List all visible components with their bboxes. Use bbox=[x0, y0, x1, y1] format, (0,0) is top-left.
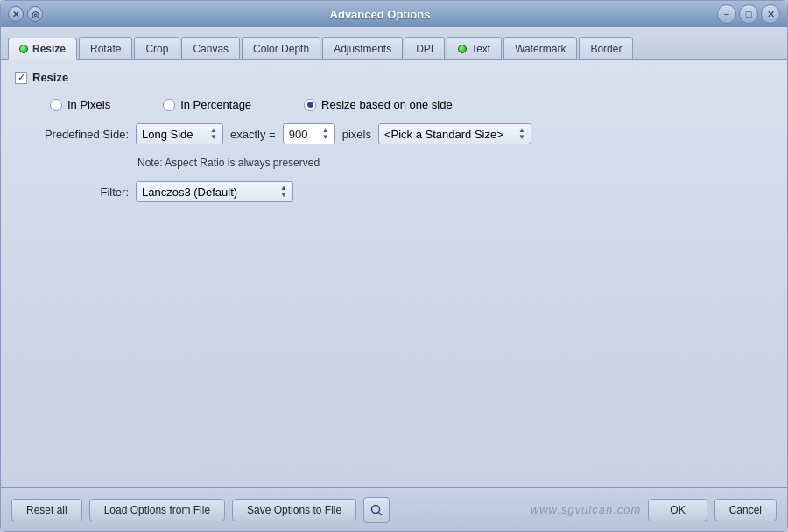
radio-in-percentage[interactable]: In Percentage bbox=[163, 98, 251, 111]
standard-size-select[interactable]: <Pick a Standard Size> ▲▼ bbox=[378, 123, 531, 144]
resize-dot bbox=[19, 45, 28, 53]
radio-percentage-label: In Percentage bbox=[180, 98, 251, 111]
filter-select[interactable]: Lanczos3 (Default) ▲▼ bbox=[136, 181, 293, 202]
tab-crop-label: Crop bbox=[145, 43, 168, 55]
tab-watermark[interactable]: Watermark bbox=[503, 37, 577, 60]
radio-one-side-indicator bbox=[304, 99, 316, 111]
tab-crop[interactable]: Crop bbox=[134, 37, 179, 60]
reset-all-button[interactable]: Reset all bbox=[11, 499, 82, 522]
radio-one-side-label: Resize based on one side bbox=[321, 98, 453, 111]
tab-text[interactable]: Text bbox=[447, 37, 502, 60]
minimize-button[interactable]: − bbox=[717, 4, 736, 24]
radio-pixels-label: In Pixels bbox=[67, 98, 110, 111]
filter-label: Filter: bbox=[32, 186, 129, 199]
predefined-arrows: ▲▼ bbox=[210, 127, 217, 141]
window-controls: − □ ✕ bbox=[717, 4, 780, 24]
tab-dpi[interactable]: DPI bbox=[405, 37, 445, 60]
cancel-button[interactable]: Cancel bbox=[714, 499, 777, 522]
options-area: In Pixels In Percentage Resize based on … bbox=[15, 98, 773, 202]
close-button[interactable]: ✕ bbox=[761, 4, 780, 24]
note-text: Note: Aspect Ratio is always preserved bbox=[32, 157, 756, 169]
radio-group: In Pixels In Percentage Resize based on … bbox=[32, 98, 756, 111]
exactly-label: exactly = bbox=[230, 128, 276, 141]
radio-pixels-indicator bbox=[50, 99, 62, 111]
magnifier-icon bbox=[369, 503, 383, 517]
radio-in-pixels[interactable]: In Pixels bbox=[50, 98, 110, 111]
tab-adjustments-label: Adjustments bbox=[334, 43, 391, 55]
check-mark: ✓ bbox=[18, 72, 25, 83]
tab-color-depth[interactable]: Color Depth bbox=[242, 37, 320, 60]
predefined-side-value: Long Side bbox=[142, 128, 193, 141]
tabs-bar: Resize Rotate Crop Canvas Color Depth Ad… bbox=[1, 27, 787, 60]
standard-size-arrows: ▲▼ bbox=[518, 127, 525, 141]
watermark-text: www.sgvulcan.com bbox=[397, 503, 641, 516]
number-arrows: ▲▼ bbox=[322, 127, 329, 141]
bottom-bar: Reset all Load Options from File Save Op… bbox=[1, 487, 787, 531]
tab-resize[interactable]: Resize bbox=[8, 38, 77, 60]
tab-adjustments[interactable]: Adjustments bbox=[322, 37, 403, 60]
predefined-side-select[interactable]: Long Side ▲▼ bbox=[136, 123, 223, 144]
resize-checkbox[interactable]: ✓ bbox=[15, 72, 27, 84]
tab-border-label: Border bbox=[590, 43, 622, 55]
title-bar-left-buttons: ✕ ◎ bbox=[8, 6, 43, 22]
window-title: Advanced Options bbox=[48, 8, 712, 21]
tb-info-btn[interactable]: ◎ bbox=[27, 6, 43, 22]
svg-point-0 bbox=[372, 505, 380, 513]
title-bar: ✕ ◎ Advanced Options − □ ✕ bbox=[1, 1, 787, 27]
pixels-value-input[interactable] bbox=[289, 128, 320, 141]
save-options-button[interactable]: Save Options to File bbox=[232, 499, 356, 522]
search-icon-button[interactable] bbox=[363, 497, 390, 523]
tab-text-label: Text bbox=[471, 43, 490, 55]
section-title: Resize bbox=[32, 71, 68, 84]
ok-button[interactable]: OK bbox=[648, 499, 707, 522]
svg-line-1 bbox=[379, 512, 383, 515]
radio-one-side[interactable]: Resize based on one side bbox=[304, 98, 453, 111]
filter-arrows: ▲▼ bbox=[280, 185, 287, 199]
tab-canvas-label: Canvas bbox=[193, 43, 229, 55]
tab-color-depth-label: Color Depth bbox=[253, 43, 309, 55]
tab-border[interactable]: Border bbox=[579, 37, 633, 60]
text-dot bbox=[458, 45, 467, 53]
tb-close-btn[interactable]: ✕ bbox=[8, 6, 24, 22]
pixels-text: pixels bbox=[342, 128, 371, 141]
load-options-button[interactable]: Load Options from File bbox=[89, 499, 225, 522]
tab-resize-label: Resize bbox=[32, 43, 66, 55]
filter-row: Filter: Lanczos3 (Default) ▲▼ bbox=[32, 181, 756, 202]
tab-watermark-label: Watermark bbox=[515, 43, 566, 55]
content-area: ✓ Resize In Pixels In Percentage Resize … bbox=[1, 60, 787, 487]
predefined-side-row: Predefined Side: Long Side ▲▼ exactly = … bbox=[32, 123, 756, 144]
predefined-label: Predefined Side: bbox=[32, 128, 129, 141]
section-header: ✓ Resize bbox=[15, 71, 773, 84]
tab-canvas[interactable]: Canvas bbox=[181, 37, 240, 60]
pixels-input[interactable]: ▲▼ bbox=[283, 123, 335, 144]
main-window: ✕ ◎ Advanced Options − □ ✕ Resize Rotate… bbox=[0, 0, 788, 532]
filter-value: Lanczos3 (Default) bbox=[142, 186, 237, 199]
maximize-button[interactable]: □ bbox=[739, 4, 758, 24]
tab-rotate-label: Rotate bbox=[90, 43, 121, 55]
radio-percentage-indicator bbox=[163, 99, 175, 111]
tab-dpi-label: DPI bbox=[416, 43, 433, 55]
tab-rotate[interactable]: Rotate bbox=[79, 37, 132, 60]
standard-size-value: <Pick a Standard Size> bbox=[384, 128, 503, 141]
